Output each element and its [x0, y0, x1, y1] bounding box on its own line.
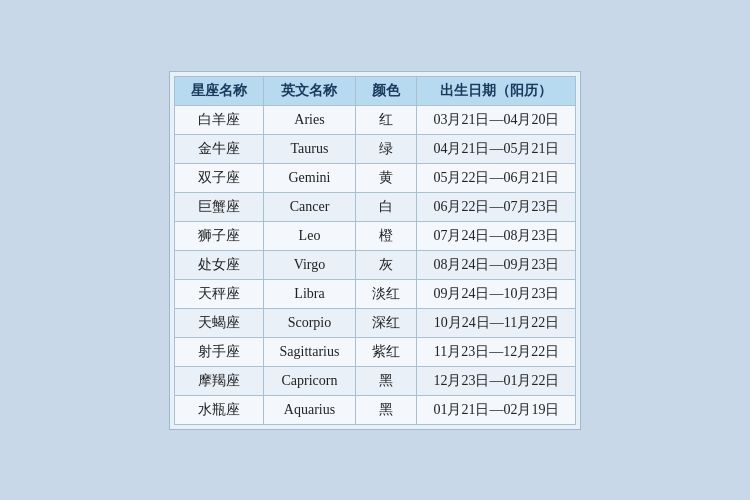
- cell-date: 10月24日—11月22日: [417, 308, 576, 337]
- cell-chinese: 巨蟹座: [174, 192, 263, 221]
- cell-chinese: 射手座: [174, 337, 263, 366]
- cell-date: 05月22日—06月21日: [417, 163, 576, 192]
- cell-chinese: 白羊座: [174, 105, 263, 134]
- cell-chinese: 金牛座: [174, 134, 263, 163]
- cell-color: 黑: [356, 366, 417, 395]
- table-header-row: 星座名称 英文名称 颜色 出生日期（阳历）: [174, 76, 576, 105]
- cell-english: Aries: [263, 105, 356, 134]
- cell-color: 深红: [356, 308, 417, 337]
- header-chinese-name: 星座名称: [174, 76, 263, 105]
- cell-english: Sagittarius: [263, 337, 356, 366]
- cell-english: Leo: [263, 221, 356, 250]
- cell-english: Libra: [263, 279, 356, 308]
- cell-color: 灰: [356, 250, 417, 279]
- cell-color: 黑: [356, 395, 417, 424]
- table-row: 天秤座Libra淡红09月24日—10月23日: [174, 279, 576, 308]
- table-row: 水瓶座Aquarius黑01月21日—02月19日: [174, 395, 576, 424]
- cell-chinese: 天蝎座: [174, 308, 263, 337]
- cell-color: 绿: [356, 134, 417, 163]
- header-color: 颜色: [356, 76, 417, 105]
- header-date: 出生日期（阳历）: [417, 76, 576, 105]
- cell-chinese: 处女座: [174, 250, 263, 279]
- cell-date: 01月21日—02月19日: [417, 395, 576, 424]
- table-row: 射手座Sagittarius紫红11月23日—12月22日: [174, 337, 576, 366]
- table-row: 狮子座Leo橙07月24日—08月23日: [174, 221, 576, 250]
- cell-date: 06月22日—07月23日: [417, 192, 576, 221]
- cell-english: Aquarius: [263, 395, 356, 424]
- cell-color: 紫红: [356, 337, 417, 366]
- cell-date: 09月24日—10月23日: [417, 279, 576, 308]
- cell-english: Scorpio: [263, 308, 356, 337]
- table-body: 白羊座Aries红03月21日—04月20日金牛座Taurus绿04月21日—0…: [174, 105, 576, 424]
- table-row: 摩羯座Capricorn黑12月23日—01月22日: [174, 366, 576, 395]
- cell-color: 白: [356, 192, 417, 221]
- zodiac-table: 星座名称 英文名称 颜色 出生日期（阳历） 白羊座Aries红03月21日—04…: [174, 76, 577, 425]
- cell-date: 08月24日—09月23日: [417, 250, 576, 279]
- table-row: 巨蟹座Cancer白06月22日—07月23日: [174, 192, 576, 221]
- table-row: 双子座Gemini黄05月22日—06月21日: [174, 163, 576, 192]
- header-english-name: 英文名称: [263, 76, 356, 105]
- cell-english: Gemini: [263, 163, 356, 192]
- table-row: 天蝎座Scorpio深红10月24日—11月22日: [174, 308, 576, 337]
- table-row: 白羊座Aries红03月21日—04月20日: [174, 105, 576, 134]
- cell-chinese: 双子座: [174, 163, 263, 192]
- cell-color: 黄: [356, 163, 417, 192]
- cell-date: 11月23日—12月22日: [417, 337, 576, 366]
- cell-color: 红: [356, 105, 417, 134]
- cell-english: Capricorn: [263, 366, 356, 395]
- cell-english: Virgo: [263, 250, 356, 279]
- cell-chinese: 摩羯座: [174, 366, 263, 395]
- cell-color: 橙: [356, 221, 417, 250]
- cell-chinese: 天秤座: [174, 279, 263, 308]
- cell-color: 淡红: [356, 279, 417, 308]
- cell-date: 07月24日—08月23日: [417, 221, 576, 250]
- cell-english: Taurus: [263, 134, 356, 163]
- cell-date: 12月23日—01月22日: [417, 366, 576, 395]
- table-row: 处女座Virgo灰08月24日—09月23日: [174, 250, 576, 279]
- cell-date: 03月21日—04月20日: [417, 105, 576, 134]
- cell-chinese: 狮子座: [174, 221, 263, 250]
- cell-date: 04月21日—05月21日: [417, 134, 576, 163]
- table-row: 金牛座Taurus绿04月21日—05月21日: [174, 134, 576, 163]
- cell-english: Cancer: [263, 192, 356, 221]
- zodiac-table-container: 星座名称 英文名称 颜色 出生日期（阳历） 白羊座Aries红03月21日—04…: [169, 71, 582, 430]
- cell-chinese: 水瓶座: [174, 395, 263, 424]
